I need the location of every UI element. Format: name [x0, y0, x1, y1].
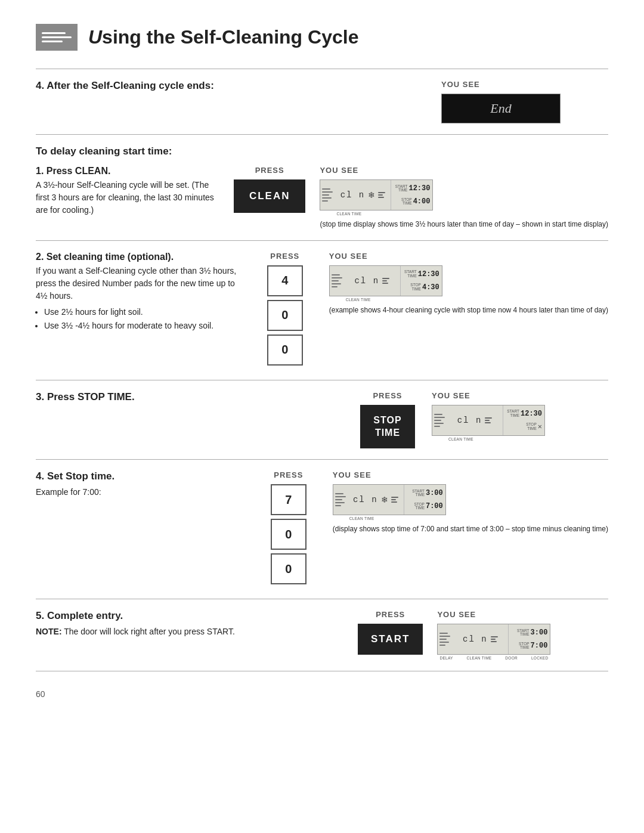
step4-press-col: PRESS 7 0 0 [259, 470, 318, 588]
step5-footer-cleantime: CLEAN TIME [467, 656, 492, 660]
step1-yousee-col: YOU SEE cl n ❄ [320, 166, 608, 230]
yousee-label-0: YOU SEE [441, 80, 480, 89]
step3-disp-footer: CLEAN TIME [432, 436, 545, 441]
delay-section-heading-wrap: To delay cleaning start time: [36, 145, 608, 157]
step2-number-btns: 4 0 0 [267, 265, 303, 369]
step4-footer-label: CLEAN TIME [349, 516, 374, 521]
step3-disp-time1-row: STARTTIME 12:30 [506, 410, 542, 418]
divider-4 [36, 459, 608, 460]
step2-bullets: Use 2½ hours for light soil. Use 3½ -4½ … [36, 306, 237, 332]
step3-disp-time1-val: 12:30 [521, 410, 542, 418]
step3-left: 3. Press STOP TIME. [36, 391, 358, 407]
step5-yousee-col: YOU SEE cl n [437, 610, 568, 660]
step1-disp-time2-val: 4:00 [413, 197, 431, 206]
step1-disp-time1-row: STARTTIME 12:30 [394, 184, 430, 193]
stop-time-button[interactable]: STOP TIME [360, 405, 414, 449]
step2-section: 2. Set cleaning time (optional). If you … [36, 252, 608, 369]
page-header: Using the Self-Cleaning Cycle [36, 24, 608, 51]
divider-3 [36, 380, 608, 380]
step5-section: 5. Complete entry. NOTE: The door will l… [36, 610, 608, 660]
step2-disp-time2-val: 4:30 [422, 283, 439, 292]
display-end: End [441, 94, 561, 123]
step4-disp-right: STARTTIME 3:00 STOPTIME 7:00 [404, 485, 445, 515]
step5-disp-center: cl n [452, 624, 508, 654]
after-clean-right: YOU SEE End [441, 80, 608, 123]
after-clean-heading: 4. After the Self-Cleaning cycle ends: [36, 80, 423, 92]
delay-heading: To delay cleaning start time: [36, 145, 608, 157]
step4-yousee-col: YOU SEE cl n ❄ [333, 470, 608, 534]
step4-subheading: Example for 7:00: [36, 486, 241, 498]
step2-disp-right: STARTTIME 12:30 STOPTIME 4:30 [400, 266, 442, 296]
step4-disp-time1-row: STARTTIME 3:00 [407, 489, 443, 497]
step5-display: cl n STARTTIME 3:00 STOPTIME 7:00 [437, 624, 550, 655]
step2-heading: 2. Set cleaning time (optional). [36, 252, 237, 262]
step1-press-label: PRESS [255, 166, 284, 175]
step4-disp-time1-tag: STARTTIME [412, 490, 425, 497]
step4-display: cl n ❄ STARTTIME 3:00 STOPTIME [333, 484, 446, 515]
step1-disp-cln: cl n [340, 190, 366, 200]
step2-disp-time1-row: STARTTIME 12:30 [403, 270, 439, 278]
step4-disp-cln: cl n [353, 495, 378, 504]
step4-disp-time2-row: STOPTIME 7:00 [407, 502, 443, 510]
step3-disp-time1-tag: STARTTIME [507, 410, 519, 417]
step3-disp-center: cl n [447, 405, 503, 435]
start-button[interactable]: START [358, 624, 423, 655]
step2-body: If you want a Self-Cleaning cycle other … [36, 265, 237, 302]
step3-yousee-col: YOU SEE cl n [432, 391, 563, 441]
step2-disp-cln: cl n [354, 276, 379, 286]
step3-disp-cln: cl n [457, 416, 482, 425]
step2-yousee-label: YOU SEE [329, 252, 368, 261]
btn-7[interactable]: 7 [271, 484, 306, 515]
step5-disp-time1-row: STARTTIME 3:00 [511, 628, 547, 637]
divider-top [36, 69, 608, 69]
step5-heading: 5. Complete entry. [36, 610, 340, 622]
step1-heading: 1. Press CLEAN. [36, 166, 216, 176]
step5-disp-time2-tag: STOPTIME [519, 642, 530, 650]
step3-disp-right: STARTTIME 12:30 STOPTIME ✕ [503, 405, 544, 435]
display-end-text: End [490, 101, 511, 116]
step3-disp-time2-tag: STOPTIME [526, 423, 537, 431]
step3-footer-label: CLEAN TIME [448, 437, 473, 441]
step3-heading: 3. Press STOP TIME. [36, 391, 340, 403]
step4-snowflake-icon: ❄ [381, 495, 388, 504]
logo-icon [36, 24, 78, 51]
step1-right: PRESS CLEAN YOU SEE cl n ❄ [234, 166, 608, 230]
step2-disp-time2-tag: STOPTIME [410, 283, 421, 291]
step5-left: 5. Complete entry. NOTE: The door will l… [36, 610, 358, 638]
section-after-clean: 4. After the Self-Cleaning cycle ends: Y… [36, 80, 608, 123]
step1-disp-time2-row: STOPTIME 4:00 [394, 197, 430, 206]
step1-disp-time2-tag: STOPTIME [401, 198, 412, 206]
step2-display: cl n STARTTIME 12:30 STOPTIME 4:30 [329, 265, 442, 296]
btn-0-third[interactable]: 0 [271, 519, 306, 550]
btn-0-first[interactable]: 0 [267, 300, 303, 331]
step4-number-btns: 7 0 0 [271, 484, 306, 588]
divider-2 [36, 240, 608, 241]
step5-note: NOTE: The door will lock right after you… [36, 625, 340, 638]
clean-button[interactable]: CLEAN [234, 179, 306, 213]
step5-disp-time1-tag: STARTTIME [517, 629, 530, 637]
step5-press-label: PRESS [376, 610, 405, 619]
step2-press-label: PRESS [270, 252, 299, 261]
step2-disp-time1-val: 12:30 [418, 270, 439, 278]
step3-right: PRESS STOP TIME YOU SEE [358, 391, 608, 449]
step3-disp-x-icon: ✕ [538, 422, 542, 431]
step4-yousee-label: YOU SEE [333, 470, 371, 479]
step5-disp-time1-val: 3:00 [531, 628, 548, 637]
btn-0-fourth[interactable]: 0 [271, 553, 306, 584]
step2-disp-left [330, 266, 344, 296]
step2-disp-center: cl n [344, 266, 400, 296]
step5-disp-cln: cl n [463, 634, 488, 644]
btn-4[interactable]: 4 [267, 265, 303, 296]
step2-caption: (example shows 4-hour cleaning cycle wit… [329, 305, 608, 315]
step1-body: A 3½-hour Self-Cleaning cycle will be se… [36, 179, 216, 216]
page-title: Using the Self-Cleaning Cycle [88, 26, 358, 48]
step1-disp-footer: CLEAN TIME [320, 210, 433, 216]
step5-disp-time2-row: STOPTIME 7:00 [511, 642, 547, 650]
step3-press-col: PRESS STOP TIME [358, 391, 417, 449]
step4-disp-left [333, 485, 348, 515]
step4-right: PRESS 7 0 0 YOU SEE [259, 470, 608, 588]
step1-display: cl n ❄ STARTTIME 12:30 STOPTIME [320, 179, 433, 210]
btn-0-second[interactable]: 0 [267, 335, 303, 366]
step1-section: 1. Press CLEAN. A 3½-hour Self-Cleaning … [36, 166, 608, 230]
step1-disp-left [320, 180, 335, 210]
